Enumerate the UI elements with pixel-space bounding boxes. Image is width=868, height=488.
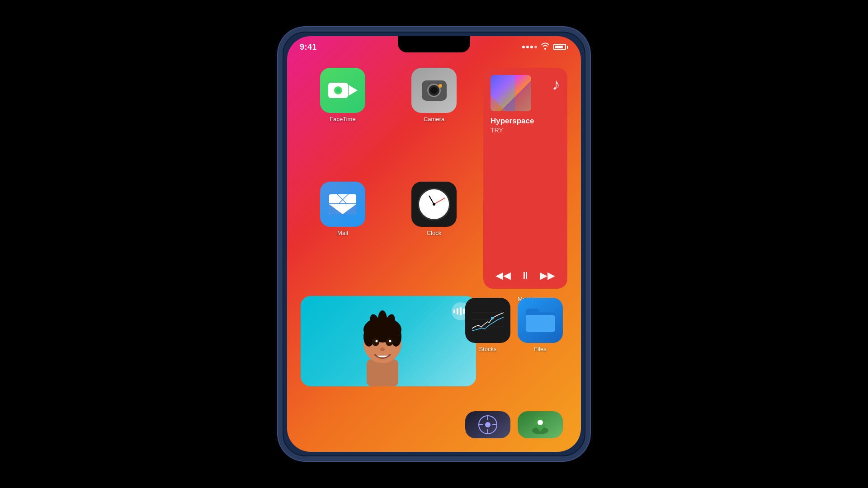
- battery-fill: [555, 46, 563, 48]
- artist-name: TRY: [491, 127, 560, 134]
- volume-button[interactable]: [281, 122, 283, 149]
- music-note-icon: ♪: [552, 75, 560, 94]
- instruments-svg: [476, 413, 499, 436]
- stocks-app[interactable]: Stocks: [465, 298, 510, 352]
- battery-tip: [567, 46, 568, 49]
- song-title: Hyperspace: [491, 117, 560, 126]
- facetime-icon: [320, 68, 365, 113]
- mail-icon: [320, 182, 365, 227]
- findmy-icon: [518, 411, 563, 438]
- signal-dot-2: [526, 46, 529, 48]
- prev-button[interactable]: ◀◀: [495, 270, 511, 282]
- stocks-label: Stocks: [479, 346, 496, 352]
- files-app[interactable]: Files: [518, 298, 563, 352]
- stocks-chart-svg: [472, 308, 504, 333]
- next-button[interactable]: ▶▶: [540, 270, 555, 282]
- wifi-icon: [541, 42, 550, 52]
- clock-center: [433, 203, 435, 206]
- findmy-app[interactable]: [518, 411, 563, 438]
- notch: [398, 36, 470, 52]
- facetime-app[interactable]: FaceTime: [301, 68, 385, 174]
- phone-screen: 9:41: [287, 36, 581, 452]
- files-folder-shape: [526, 309, 555, 332]
- app-grid: FaceTime Camera: [296, 63, 572, 443]
- clock-minute-hand: [434, 197, 445, 205]
- phone-body: 9:41: [278, 27, 590, 461]
- svg-point-24: [485, 422, 491, 427]
- signal-dot-4: [534, 46, 537, 48]
- pause-button[interactable]: ⏸: [520, 270, 530, 282]
- music-widget[interactable]: ♪ Hyperspace TRY ◀◀ ⏸ ▶▶ Music: [483, 68, 567, 289]
- music-info: Hyperspace TRY: [491, 117, 560, 264]
- instruments-icon: [465, 411, 510, 438]
- signal-dot-1: [522, 46, 525, 48]
- battery-icon: [553, 44, 568, 50]
- status-indicators: [522, 42, 568, 52]
- camera-label: Camera: [424, 116, 444, 122]
- files-label: Files: [534, 346, 546, 352]
- signal-icon: [522, 46, 537, 48]
- svg-point-18: [491, 317, 494, 319]
- signal-dot-3: [530, 46, 533, 48]
- camera-icon: [411, 68, 457, 113]
- phone-frame: 9:41: [278, 27, 590, 461]
- svg-point-26: [538, 420, 543, 425]
- clock-app[interactable]: Clock: [392, 182, 476, 288]
- album-art: [491, 75, 531, 111]
- camera-app[interactable]: Camera: [392, 68, 476, 174]
- facetime-label: FaceTime: [330, 116, 355, 122]
- mail-label: Mail: [337, 230, 348, 236]
- instruments-app[interactable]: [465, 411, 510, 438]
- status-time: 9:41: [300, 42, 317, 52]
- mail-app[interactable]: Mail: [301, 182, 385, 288]
- music-controls: ◀◀ ⏸ ▶▶: [491, 264, 560, 282]
- music-widget-header: ♪: [491, 75, 560, 111]
- clock-label: Clock: [427, 230, 442, 236]
- clock-icon: [411, 182, 457, 227]
- stocks-icon: [465, 298, 510, 343]
- findmy-svg: [529, 413, 552, 436]
- files-icon: [518, 298, 563, 343]
